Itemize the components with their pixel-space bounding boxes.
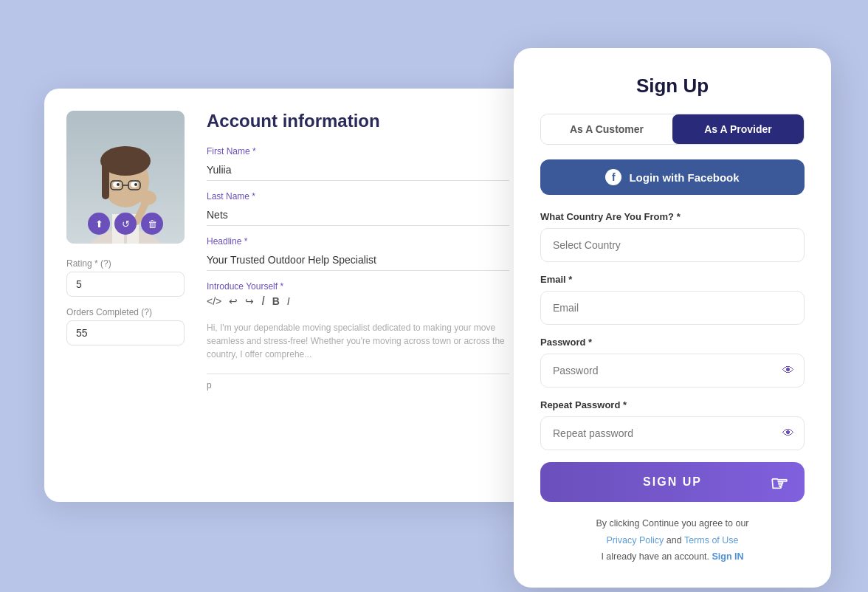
undo-button[interactable]: ↩ — [229, 295, 238, 307]
avatar: ⬆ ↺ 🗑 — [66, 111, 185, 244]
facebook-icon: f — [605, 169, 621, 185]
email-input[interactable] — [540, 291, 805, 325]
cursor-icon: ☞ — [770, 472, 790, 496]
country-section: What Country Are You From? * — [540, 211, 805, 274]
email-section: Email * — [540, 274, 805, 337]
terms-section: By clicking Continue you agree to our Pr… — [540, 515, 805, 565]
last-name-label: Last Name * — [207, 191, 509, 202]
first-name-input[interactable]: Yuliia — [207, 159, 509, 181]
account-title: Account information — [207, 111, 509, 131]
editor-toolbar: </> ↩ ↪ I B I — [207, 295, 509, 308]
signup-tabs: As A Customer As A Provider — [540, 114, 805, 145]
email-label: Email * — [540, 274, 805, 285]
profile-section: ⬆ ↺ 🗑 Rating * (?) 5 Orders Completed (?… — [66, 111, 185, 401]
signup-card: Sign Up As A Customer As A Provider f Lo… — [514, 48, 831, 588]
repeat-password-wrapper: 👁 — [540, 416, 805, 450]
tab-customer[interactable]: As A Customer — [541, 114, 672, 144]
terms-of-use-link[interactable]: Terms of Use — [684, 535, 739, 545]
italic-b-button[interactable]: I — [287, 295, 290, 307]
repeat-password-label: Repeat Password * — [540, 399, 805, 410]
orders-label: Orders Completed (?) — [66, 307, 185, 317]
signup-title: Sign Up — [540, 75, 805, 97]
repeat-password-input[interactable] — [540, 416, 805, 450]
and-text: and — [666, 535, 682, 545]
paragraph-indicator: p — [207, 380, 509, 390]
italic-button[interactable]: I — [261, 295, 264, 308]
delete-avatar-button[interactable]: 🗑 — [141, 213, 163, 235]
signup-button[interactable]: SIGN UP ☞ — [540, 462, 805, 502]
last-name-input[interactable]: Nets — [207, 204, 509, 226]
upload-avatar-button[interactable]: ⬆ — [88, 213, 110, 235]
password-section: Password * 👁 — [540, 337, 805, 388]
introduce-group: Introduce Yourself * </> ↩ ↪ I B I Hi, I… — [207, 281, 509, 390]
svg-point-10 — [134, 183, 137, 186]
repeat-password-section: Repeat Password * 👁 — [540, 399, 805, 450]
privacy-policy-link[interactable]: Privacy Policy — [606, 535, 664, 545]
headline-group: Headline * Your Trusted Outdoor Help Spe… — [207, 236, 509, 271]
redo-button[interactable]: ↪ — [245, 295, 254, 307]
account-card: ⬆ ↺ 🗑 Rating * (?) 5 Orders Completed (?… — [44, 89, 531, 502]
country-label: What Country Are You From? * — [540, 211, 805, 222]
already-account-text: I already have an account. — [601, 551, 709, 562]
fb-button-label: Login with Facebook — [629, 171, 739, 184]
orders-value: 55 — [66, 320, 185, 345]
repeat-password-eye-icon[interactable]: 👁 — [782, 427, 794, 440]
rating-value: 5 — [66, 272, 185, 297]
svg-rect-6 — [102, 162, 109, 199]
account-form: Account information First Name * Yuliia … — [207, 111, 509, 401]
refresh-avatar-button[interactable]: ↺ — [114, 213, 137, 235]
orders-field: Orders Completed (?) 55 — [66, 307, 185, 345]
rating-field: Rating * (?) 5 — [66, 258, 185, 297]
terms-prefix-text: By clicking Continue you agree to our — [596, 518, 748, 529]
signin-link[interactable]: Sign IN — [712, 551, 744, 562]
avatar-actions: ⬆ ↺ 🗑 — [88, 213, 163, 235]
code-button[interactable]: </> — [207, 295, 221, 307]
password-eye-icon[interactable]: 👁 — [782, 364, 794, 377]
bold-button[interactable]: B — [272, 295, 280, 307]
signup-button-label: SIGN UP — [643, 475, 702, 489]
introduce-label: Introduce Yourself * — [207, 281, 509, 292]
headline-input[interactable]: Your Trusted Outdoor Help Specialist — [207, 249, 509, 271]
first-name-label: First Name * — [207, 146, 509, 156]
rating-label: Rating * (?) — [66, 258, 185, 269]
password-wrapper: 👁 — [540, 354, 805, 388]
password-input[interactable] — [540, 354, 805, 388]
last-name-group: Last Name * Nets — [207, 191, 509, 226]
facebook-login-button[interactable]: f Login with Facebook — [540, 159, 805, 195]
headline-label: Headline * — [207, 236, 509, 247]
country-input[interactable] — [540, 228, 805, 262]
introduce-textarea[interactable]: Hi, I'm your dependable moving specialis… — [207, 315, 509, 374]
tab-provider[interactable]: As A Provider — [672, 114, 804, 144]
password-label: Password * — [540, 337, 805, 348]
first-name-group: First Name * Yuliia — [207, 146, 509, 181]
svg-point-9 — [117, 183, 120, 186]
